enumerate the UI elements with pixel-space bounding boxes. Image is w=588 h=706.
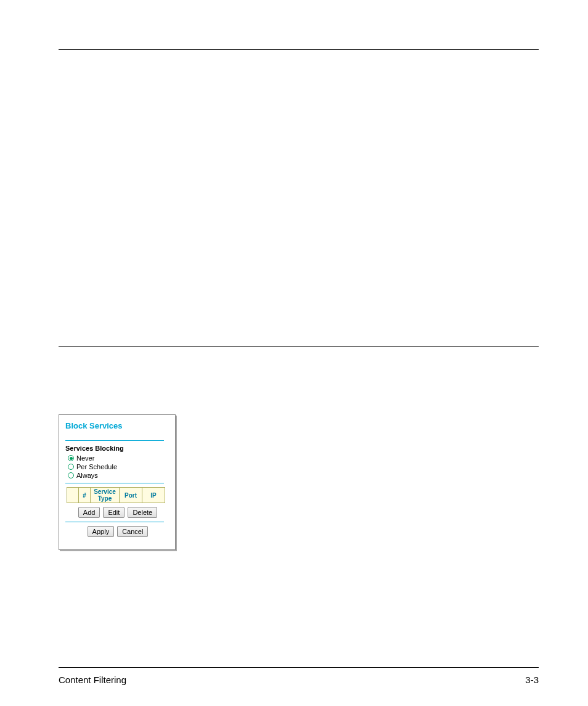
radio-unselected-icon (68, 464, 74, 470)
apply-button[interactable]: Apply (88, 526, 115, 537)
radio-selected-icon (68, 455, 74, 461)
edit-button[interactable]: Edit (103, 507, 125, 518)
crud-button-row: Add Edit Delete (65, 507, 170, 518)
radio-never-label: Never (76, 454, 94, 462)
mid-rule (59, 346, 539, 347)
services-blocking-label: Services Blocking (65, 445, 170, 452)
col-ip: IP (142, 488, 165, 503)
page-footer: Content Filtering 3-3 (59, 675, 539, 685)
col-service-type: Service Type (91, 488, 120, 503)
cancel-button[interactable]: Cancel (117, 526, 148, 537)
divider-top (65, 440, 164, 441)
panel-title: Block Services (65, 421, 170, 430)
footer-section: Content Filtering (59, 675, 126, 685)
radio-unselected-icon (68, 472, 74, 478)
block-services-panel: Block Services Services Blocking Never P… (59, 414, 176, 550)
radio-per-schedule-label: Per Schedule (76, 463, 117, 470)
delete-button[interactable]: Delete (128, 507, 157, 518)
bottom-rule (59, 667, 539, 668)
radio-always-label: Always (76, 472, 98, 479)
add-button[interactable]: Add (78, 507, 100, 518)
col-port: Port (120, 488, 142, 503)
services-table: # Service Type Port IP (67, 487, 165, 503)
radio-per-schedule-row[interactable]: Per Schedule (68, 463, 170, 470)
top-rule (59, 49, 539, 50)
radio-never-row[interactable]: Never (68, 454, 170, 462)
col-select (67, 488, 79, 503)
radio-always-row[interactable]: Always (68, 472, 170, 479)
col-number: # (79, 488, 91, 503)
divider-bottom (65, 522, 164, 522)
table-header-row: # Service Type Port IP (67, 488, 165, 503)
submit-button-row: Apply Cancel (65, 526, 170, 537)
divider-mid (65, 483, 164, 483)
footer-page-number: 3-3 (525, 675, 539, 685)
